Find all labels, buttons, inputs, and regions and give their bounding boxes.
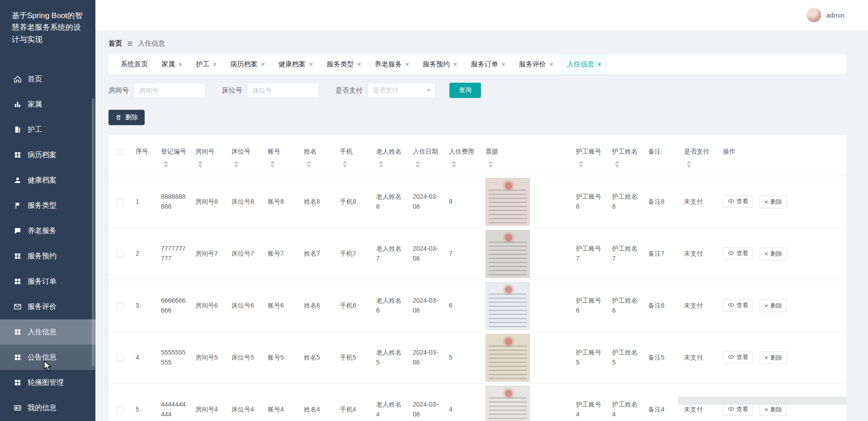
sidebar-item[interactable]: 病历档案 (0, 142, 95, 168)
tab[interactable]: 家属× (155, 54, 189, 75)
sidebar-item[interactable]: 健康档案 (0, 168, 95, 193)
tab-close-icon[interactable]: × (309, 61, 313, 68)
sort-icons[interactable] (307, 161, 311, 168)
sort-asc-icon[interactable] (615, 161, 619, 164)
column-header[interactable]: 老人姓名 (372, 135, 408, 176)
tab-close-icon[interactable]: × (357, 61, 361, 68)
sidebar-item[interactable]: 轮播图管理 (0, 370, 95, 395)
sort-desc-icon[interactable] (415, 165, 420, 168)
tab[interactable]: 健康档案× (272, 54, 320, 75)
tab[interactable]: 系统首页× (114, 54, 155, 75)
row-delete-button[interactable]: × 删除 (760, 248, 787, 260)
sort-desc-icon[interactable] (234, 165, 239, 168)
row-checkbox[interactable] (117, 251, 123, 257)
column-header[interactable]: 姓名 (299, 135, 335, 176)
sidebar-item[interactable]: 家属 (0, 92, 95, 117)
sort-asc-icon[interactable] (198, 161, 203, 164)
tab[interactable]: 养老服务× (368, 54, 416, 75)
column-header[interactable]: 登记编号 (156, 135, 191, 176)
select-all-checkbox[interactable] (117, 149, 123, 155)
receipt-image[interactable] (486, 282, 530, 330)
breadcrumb-home[interactable]: 首页 (108, 39, 122, 48)
column-header[interactable]: 操作 (718, 135, 846, 176)
receipt-image[interactable] (486, 230, 530, 278)
view-button[interactable]: 查看 (723, 403, 753, 416)
row-delete-button[interactable]: × 删除 (760, 196, 787, 208)
sort-asc-icon[interactable] (307, 161, 311, 164)
sidebar-scrollbar[interactable] (92, 98, 94, 366)
tab[interactable]: 护工× (189, 54, 223, 75)
sidebar-item[interactable]: 公告信息 (0, 345, 95, 370)
sort-icons[interactable] (198, 161, 203, 168)
sidebar-item[interactable]: 服务评价 (0, 294, 95, 319)
sort-desc-icon[interactable] (343, 165, 347, 168)
sort-asc-icon[interactable] (270, 161, 275, 164)
tab-close-icon[interactable]: × (405, 61, 409, 68)
avatar[interactable] (807, 8, 821, 23)
tab[interactable]: 病历档案× (224, 54, 272, 75)
sort-desc-icon[interactable] (270, 165, 275, 168)
sort-desc-icon[interactable] (164, 165, 168, 168)
sort-desc-icon[interactable] (579, 165, 583, 168)
sort-icons[interactable] (234, 161, 239, 168)
tab-close-icon[interactable]: × (261, 61, 265, 68)
sidebar-item[interactable]: 服务类型 (0, 193, 95, 218)
sort-desc-icon[interactable] (488, 165, 493, 168)
sort-asc-icon[interactable] (164, 161, 168, 164)
row-checkbox[interactable] (117, 199, 123, 206)
bulk-delete-button[interactable]: 删除 (108, 110, 145, 125)
view-button[interactable]: 查看 (723, 195, 753, 208)
tab[interactable]: 服务评价× (512, 54, 560, 75)
row-delete-button[interactable]: × 删除 (760, 299, 787, 312)
sort-asc-icon[interactable] (234, 161, 239, 164)
sort-asc-icon[interactable] (687, 161, 691, 164)
tab[interactable]: 服务订单× (464, 54, 512, 75)
bed-input[interactable] (247, 83, 319, 98)
sort-icons[interactable] (615, 161, 619, 168)
room-input[interactable] (133, 83, 206, 98)
sidebar-item[interactable]: 我的信息 (0, 395, 95, 421)
sort-icons[interactable] (687, 161, 691, 168)
column-header[interactable]: 票据 (481, 135, 571, 176)
sort-icons[interactable] (488, 161, 493, 168)
column-header[interactable]: 护工姓名 (608, 135, 644, 176)
view-button[interactable]: 查看 (723, 351, 753, 364)
column-header[interactable]: 入住日期 (408, 135, 444, 176)
sort-icons[interactable] (343, 161, 347, 168)
view-button[interactable]: 查看 (723, 299, 753, 312)
sidebar-item[interactable]: 首页 (0, 66, 95, 92)
sort-desc-icon[interactable] (615, 165, 619, 168)
sort-desc-icon[interactable] (379, 165, 383, 168)
sort-desc-icon[interactable] (687, 165, 691, 168)
sort-asc-icon[interactable] (343, 161, 347, 164)
user-menu[interactable]: admin (807, 8, 844, 23)
sort-asc-icon[interactable] (488, 161, 493, 164)
receipt-image[interactable] (486, 178, 530, 226)
column-header[interactable]: 入住费用 (444, 135, 481, 176)
tab-close-icon[interactable]: × (501, 61, 505, 68)
sidebar-item[interactable]: 入住信息 (0, 319, 95, 345)
tab[interactable]: 服务预约× (416, 54, 464, 75)
tab-close-icon[interactable]: × (453, 61, 457, 68)
sort-icons[interactable] (270, 161, 275, 168)
sort-asc-icon[interactable] (415, 161, 420, 164)
tab[interactable]: 服务类型× (320, 54, 368, 75)
tab-close-icon[interactable]: × (212, 61, 217, 68)
horizontal-scrollbar[interactable] (678, 397, 846, 405)
tab-close-icon[interactable]: × (597, 61, 601, 68)
sort-asc-icon[interactable] (452, 161, 456, 164)
sidebar-item[interactable]: 护工 (0, 117, 95, 142)
pay-select[interactable]: 是否支付 (367, 83, 436, 98)
tab[interactable]: 入住信息× (560, 54, 608, 75)
row-delete-button[interactable]: × 删除 (760, 351, 787, 364)
column-header[interactable]: 账号 (263, 135, 299, 176)
sort-desc-icon[interactable] (452, 165, 456, 168)
row-checkbox[interactable] (117, 355, 123, 361)
receipt-image[interactable] (486, 386, 530, 421)
column-header[interactable]: 房间号 (191, 135, 227, 176)
sort-icons[interactable] (452, 161, 456, 168)
sort-icons[interactable] (379, 161, 383, 168)
sort-asc-icon[interactable] (579, 161, 583, 164)
column-header[interactable]: 护工账号 (571, 135, 608, 176)
row-delete-button[interactable]: × 删除 (760, 403, 787, 416)
